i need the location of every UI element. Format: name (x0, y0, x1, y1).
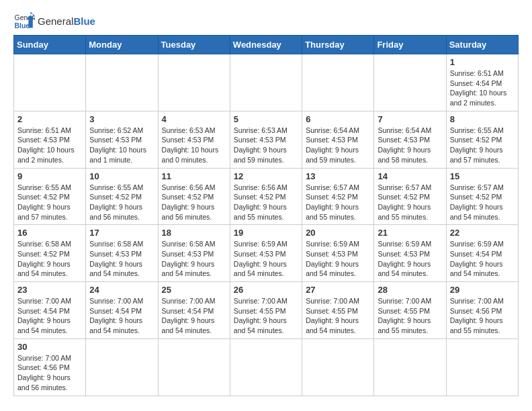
day-info: Sunrise: 6:57 AM Sunset: 4:52 PM Dayligh… (306, 183, 370, 222)
day-info: Sunrise: 6:58 AM Sunset: 4:53 PM Dayligh… (162, 239, 226, 279)
calendar-cell: 25Sunrise: 7:00 AM Sunset: 4:54 PM Dayli… (158, 282, 230, 339)
day-number: 16 (17, 228, 82, 238)
day-info: Sunrise: 6:54 AM Sunset: 4:53 PM Dayligh… (378, 126, 442, 165)
logo-icon: General Blue (13, 11, 35, 32)
calendar-cell: 1Sunrise: 6:51 AM Sunset: 4:54 PM Daylig… (446, 54, 518, 111)
weekday-header-thursday: Thursday (302, 36, 374, 54)
weekday-header-tuesday: Tuesday (158, 36, 230, 54)
day-info: Sunrise: 6:59 AM Sunset: 4:53 PM Dayligh… (378, 239, 442, 279)
calendar-week-row: 2Sunrise: 6:51 AM Sunset: 4:53 PM Daylig… (14, 111, 519, 168)
calendar-cell: 18Sunrise: 6:58 AM Sunset: 4:53 PM Dayli… (158, 225, 230, 282)
day-info: Sunrise: 6:52 AM Sunset: 4:53 PM Dayligh… (89, 126, 154, 165)
calendar-cell: 24Sunrise: 7:00 AM Sunset: 4:54 PM Dayli… (86, 282, 158, 339)
day-info: Sunrise: 7:00 AM Sunset: 4:55 PM Dayligh… (378, 296, 442, 336)
weekday-header-wednesday: Wednesday (230, 36, 302, 54)
day-info: Sunrise: 6:57 AM Sunset: 4:52 PM Dayligh… (450, 183, 515, 222)
day-number: 5 (234, 114, 298, 124)
day-number: 2 (17, 114, 82, 124)
weekday-header-friday: Friday (374, 36, 446, 54)
calendar-cell: 28Sunrise: 7:00 AM Sunset: 4:55 PM Dayli… (374, 282, 446, 339)
day-info: Sunrise: 6:56 AM Sunset: 4:52 PM Dayligh… (162, 183, 226, 222)
day-number: 8 (450, 114, 515, 124)
calendar-cell: 6Sunrise: 6:54 AM Sunset: 4:53 PM Daylig… (302, 111, 374, 168)
day-number: 29 (450, 285, 515, 295)
day-number: 19 (234, 228, 298, 238)
day-info: Sunrise: 6:58 AM Sunset: 4:52 PM Dayligh… (17, 239, 82, 279)
day-number: 14 (378, 171, 442, 181)
calendar-cell: 10Sunrise: 6:55 AM Sunset: 4:52 PM Dayli… (86, 168, 158, 225)
page-header: General Blue GeneralBlue (13, 11, 519, 32)
calendar-week-row: 1Sunrise: 6:51 AM Sunset: 4:54 PM Daylig… (14, 54, 519, 111)
calendar-cell (374, 54, 446, 111)
day-info: Sunrise: 6:55 AM Sunset: 4:52 PM Dayligh… (450, 126, 515, 165)
logo-blue: Blue (73, 15, 95, 27)
calendar-cell (86, 338, 158, 396)
day-number: 18 (162, 228, 226, 238)
day-info: Sunrise: 7:00 AM Sunset: 4:55 PM Dayligh… (306, 296, 370, 336)
day-number: 25 (162, 285, 226, 295)
calendar-week-row: 9Sunrise: 6:55 AM Sunset: 4:52 PM Daylig… (14, 168, 519, 225)
day-number: 3 (89, 114, 154, 124)
calendar-cell: 22Sunrise: 6:59 AM Sunset: 4:54 PM Dayli… (446, 225, 518, 282)
calendar-cell: 5Sunrise: 6:53 AM Sunset: 4:53 PM Daylig… (230, 111, 302, 168)
day-info: Sunrise: 6:58 AM Sunset: 4:53 PM Dayligh… (89, 239, 154, 279)
calendar-cell: 11Sunrise: 6:56 AM Sunset: 4:52 PM Dayli… (158, 168, 230, 225)
day-info: Sunrise: 6:59 AM Sunset: 4:53 PM Dayligh… (306, 239, 370, 279)
day-info: Sunrise: 6:51 AM Sunset: 4:54 PM Dayligh… (450, 68, 515, 108)
calendar-cell: 30Sunrise: 7:00 AM Sunset: 4:56 PM Dayli… (14, 338, 86, 396)
day-number: 28 (378, 285, 442, 295)
calendar-week-row: 30Sunrise: 7:00 AM Sunset: 4:56 PM Dayli… (14, 338, 519, 396)
day-info: Sunrise: 7:00 AM Sunset: 4:54 PM Dayligh… (17, 296, 82, 336)
day-number: 7 (378, 114, 442, 124)
day-info: Sunrise: 7:00 AM Sunset: 4:54 PM Dayligh… (89, 296, 154, 336)
calendar-cell: 29Sunrise: 7:00 AM Sunset: 4:56 PM Dayli… (446, 282, 518, 339)
weekday-header-row: SundayMondayTuesdayWednesdayThursdayFrid… (14, 36, 519, 54)
day-number: 15 (450, 171, 515, 181)
day-info: Sunrise: 6:59 AM Sunset: 4:54 PM Dayligh… (450, 239, 515, 279)
calendar-cell: 17Sunrise: 6:58 AM Sunset: 4:53 PM Dayli… (86, 225, 158, 282)
day-info: Sunrise: 6:55 AM Sunset: 4:52 PM Dayligh… (89, 183, 154, 222)
calendar-week-row: 23Sunrise: 7:00 AM Sunset: 4:54 PM Dayli… (14, 282, 519, 339)
calendar-cell: 26Sunrise: 7:00 AM Sunset: 4:55 PM Dayli… (230, 282, 302, 339)
calendar-cell (14, 54, 86, 111)
calendar-cell (158, 54, 230, 111)
calendar-cell (374, 338, 446, 396)
logo: General Blue GeneralBlue (13, 11, 95, 32)
day-number: 20 (306, 228, 370, 238)
calendar-cell (302, 338, 374, 396)
day-info: Sunrise: 6:53 AM Sunset: 4:53 PM Dayligh… (234, 126, 298, 165)
day-info: Sunrise: 6:55 AM Sunset: 4:52 PM Dayligh… (17, 183, 82, 222)
day-number: 26 (234, 285, 298, 295)
calendar-cell: 12Sunrise: 6:56 AM Sunset: 4:52 PM Dayli… (230, 168, 302, 225)
day-number: 11 (162, 171, 226, 181)
day-number: 13 (306, 171, 370, 181)
calendar-cell: 19Sunrise: 6:59 AM Sunset: 4:53 PM Dayli… (230, 225, 302, 282)
day-number: 1 (450, 57, 515, 67)
weekday-header-sunday: Sunday (14, 36, 86, 54)
day-number: 6 (306, 114, 370, 124)
svg-text:Blue: Blue (15, 22, 30, 30)
day-info: Sunrise: 7:00 AM Sunset: 4:54 PM Dayligh… (162, 296, 226, 336)
day-number: 24 (89, 285, 154, 295)
logo-general: General (38, 15, 73, 27)
day-number: 23 (17, 285, 82, 295)
calendar-cell (230, 54, 302, 111)
day-info: Sunrise: 6:59 AM Sunset: 4:53 PM Dayligh… (234, 239, 298, 279)
weekday-header-saturday: Saturday (446, 36, 518, 54)
calendar-cell (446, 338, 518, 396)
day-info: Sunrise: 6:56 AM Sunset: 4:52 PM Dayligh… (234, 183, 298, 222)
calendar-cell (86, 54, 158, 111)
day-info: Sunrise: 6:57 AM Sunset: 4:52 PM Dayligh… (378, 183, 442, 222)
calendar-cell: 4Sunrise: 6:53 AM Sunset: 4:53 PM Daylig… (158, 111, 230, 168)
day-number: 21 (378, 228, 442, 238)
day-number: 27 (306, 285, 370, 295)
day-info: Sunrise: 7:00 AM Sunset: 4:55 PM Dayligh… (234, 296, 298, 336)
day-number: 10 (89, 171, 154, 181)
calendar-cell: 20Sunrise: 6:59 AM Sunset: 4:53 PM Dayli… (302, 225, 374, 282)
calendar-cell: 23Sunrise: 7:00 AM Sunset: 4:54 PM Dayli… (14, 282, 86, 339)
day-number: 12 (234, 171, 298, 181)
day-info: Sunrise: 6:54 AM Sunset: 4:53 PM Dayligh… (306, 126, 370, 165)
calendar-cell: 14Sunrise: 6:57 AM Sunset: 4:52 PM Dayli… (374, 168, 446, 225)
day-info: Sunrise: 7:00 AM Sunset: 4:56 PM Dayligh… (450, 296, 515, 336)
day-number: 4 (162, 114, 226, 124)
